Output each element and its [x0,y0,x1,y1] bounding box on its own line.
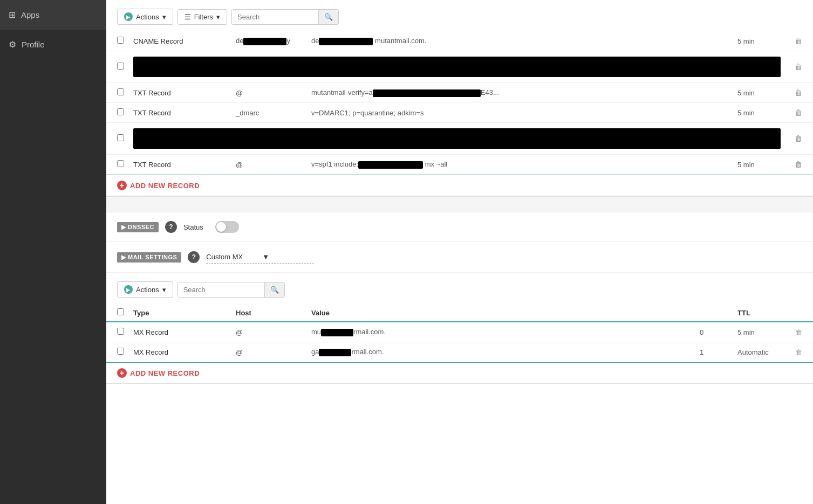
table-row: 🗑 [106,123,813,155]
filters-chevron-icon: ▾ [216,13,220,21]
top-toolbar: ▶ Actions ▾ ☰ Filters ▾ 🔍 [106,0,813,31]
redacted-row-content [133,57,781,77]
mx-record-value: murmail.com. [311,328,694,336]
redacted-value [358,161,423,169]
mx-record-host: @ [236,328,306,336]
checkbox-redacted1[interactable] [117,63,124,70]
mx-ttl: 5 min [737,328,781,336]
redacted-bar-full [133,128,781,149]
dnssec-help-icon[interactable]: ? [165,221,177,233]
mx-delete-button[interactable]: 🗑 [786,328,802,336]
record-type: TXT Record [133,89,230,97]
dnssec-toggle[interactable] [215,221,239,233]
checkbox-txt1[interactable] [117,88,124,95]
dropdown-arrow-icon: ▼ [262,253,314,261]
record-ttl: 5 min [737,37,781,45]
sidebar-item-apps[interactable]: ⊞ Apps [0,0,106,30]
mail-settings-tag: ▶ MAIL SETTINGS [117,252,181,263]
record-type: TXT Record [133,109,230,117]
delete-button[interactable]: 🗑 [786,88,802,97]
checkbox-redacted2[interactable] [117,134,124,141]
sidebar-item-profile[interactable]: ⚙ Profile [0,30,106,59]
row-checkbox[interactable] [117,88,128,97]
record-ttl: 5 min [737,161,781,169]
mail-toolbar: ▶ Actions ▾ 🔍 [106,273,813,304]
record-ttl: 5 min [737,89,781,97]
redacted-host [243,38,286,45]
record-value: v=DMARC1; p=quarantine; adkim=s [311,109,732,117]
mail-actions-label: Actions [136,286,159,294]
row-checkbox[interactable] [117,160,128,169]
mx-checkbox[interactable] [117,328,128,336]
mail-search-button[interactable]: 🔍 [264,282,284,297]
row-checkbox[interactable] [117,134,128,143]
actions-button[interactable]: ▶ Actions ▾ [117,9,173,25]
gear-icon: ⚙ [9,39,16,50]
table-row: MX Record @ garmail.com. 1 Automatic 🗑 [106,342,813,362]
add-new-record-button-top[interactable]: + ADD NEW RECORD [117,181,200,190]
sidebar-item-apps-label: Apps [21,10,39,19]
mx-checkbox-2[interactable] [117,348,124,355]
delete-button[interactable]: 🗑 [786,108,802,117]
header-checkbox[interactable] [117,308,128,317]
row-checkbox[interactable] [117,108,128,117]
redacted-mx-value [321,329,353,336]
checkbox-cname[interactable] [117,37,124,44]
checkbox-txt2[interactable] [117,108,124,115]
checkbox-txt3[interactable] [117,160,124,167]
mx-checkbox[interactable] [117,348,128,356]
redacted-bar-full [133,57,781,77]
delete-button[interactable]: 🗑 [786,160,802,169]
plus-circle-icon: + [117,181,127,190]
dnssec-section: ▶ DNSSEC ? Status [106,212,813,242]
header-type: Type [133,309,230,317]
sidebar-item-profile-label: Profile [22,40,45,49]
main-content: ▶ Actions ▾ ☰ Filters ▾ 🔍 CNAME Record d… [106,0,813,504]
dnssec-tag: ▶ DNSSEC [117,222,159,232]
mail-add-record-label: ADD NEW RECORD [130,369,200,377]
mail-actions-icon: ▶ [124,285,133,294]
header-value: Value [311,309,694,317]
mail-table-header: Type Host Value TTL [106,304,813,322]
row-checkbox[interactable] [117,37,128,45]
mail-settings-dropdown-value: Custom MX [206,253,258,261]
redacted-mx-value [319,349,351,356]
add-record-row-bottom[interactable]: + ADD NEW RECORD [106,362,813,384]
toggle-knob [216,222,226,232]
mx-priority: 0 [700,328,732,336]
delete-button[interactable]: 🗑 [786,63,802,71]
filters-label: Filters [194,13,213,21]
select-all-checkbox[interactable] [117,308,124,315]
mx-checkbox-1[interactable] [117,328,124,335]
add-record-row-top[interactable]: + ADD NEW RECORD [106,175,813,196]
search-input[interactable] [232,10,318,24]
delete-button[interactable]: 🗑 [786,37,802,45]
actions-chevron-icon: ▾ [162,13,166,21]
mail-actions-button[interactable]: ▶ Actions ▾ [117,281,173,298]
mail-actions-chevron-icon: ▾ [162,286,166,294]
mail-settings-dropdown[interactable]: Custom MX ▼ [206,251,314,264]
record-ttl: 5 min [737,109,781,117]
record-host: _dmarc [236,109,306,117]
redacted-row-content [133,128,781,149]
redacted-value [319,38,373,45]
table-row: CNAME Record dey de mutantmail.com. 5 mi… [106,31,813,51]
mx-delete-button[interactable]: 🗑 [786,348,802,356]
filters-button[interactable]: ☰ Filters ▾ [177,9,227,25]
header-host: Host [236,309,306,317]
record-value: mutantmail-verify=aE43... [311,88,732,97]
mx-record-type: MX Record [133,348,230,356]
redacted-value [373,89,481,97]
table-row: TXT Record @ mutantmail-verify=aE43... 5… [106,83,813,103]
plus-circle-icon-bottom: + [117,368,127,378]
delete-button[interactable]: 🗑 [786,134,802,143]
table-row: 🗑 [106,51,813,83]
search-button[interactable]: 🔍 [318,10,338,24]
mail-settings-help-icon[interactable]: ? [188,251,200,263]
add-new-record-button-bottom[interactable]: + ADD NEW RECORD [117,368,200,378]
row-checkbox[interactable] [117,63,128,71]
mx-ttl: Automatic [737,348,781,356]
mail-search-input[interactable] [178,282,264,297]
apps-icon: ⊞ [9,10,16,20]
record-type: TXT Record [133,161,230,169]
